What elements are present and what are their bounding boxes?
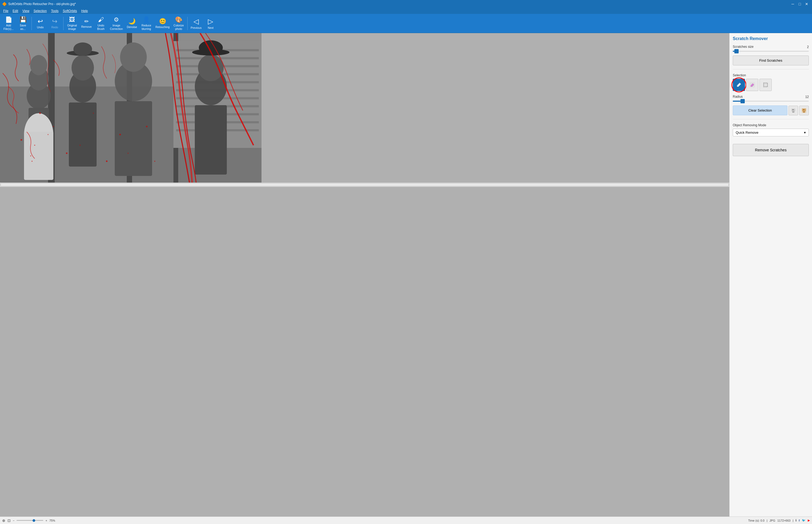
action-row: Clear Selection [733,105,809,115]
zoom-out-label: − [13,519,14,522]
svg-point-26 [73,43,92,56]
remove-scratches-button[interactable]: Remove Scratches [733,144,809,156]
svg-rect-61 [793,109,794,110]
zoom-in-label: + [45,519,47,522]
canvas-area[interactable] [0,33,729,517]
load-selection-button[interactable] [799,106,809,115]
svg-point-29 [120,43,147,72]
info-icon[interactable]: ℹ [795,519,796,522]
zoom-in-icon[interactable]: ⊕ [2,519,5,523]
radius-value: 12 [801,95,809,99]
svg-point-32 [198,54,224,81]
menu-selection[interactable]: Selection [32,9,49,13]
menu-edit[interactable]: Edit [11,9,20,13]
menu-help[interactable]: Help [79,9,90,13]
menu-tools[interactable]: Tools [49,9,61,13]
menu-view[interactable]: View [20,9,32,13]
scratches-size-slider-row [733,51,809,52]
photo-wrapper [0,33,261,183]
save-as-label: Saveas... [20,24,26,30]
clear-selection-button[interactable]: Clear Selection [733,105,788,115]
reduce-blurring-icon: 👤 [143,16,150,23]
reduce-blurring-button[interactable]: 👤 Reduceblurring [139,15,153,32]
status-bar: ⊕ ⊡ − + 75% Time (s): 0.0 | JPG 1172×663… [0,517,812,524]
save-as-button[interactable]: 💾 Saveas... [16,15,30,32]
close-button[interactable]: ✕ [803,1,810,7]
toolbar: 📄 AddFile(s)... 💾 Saveas... ↩ Undo ↪ Red… [0,14,812,33]
remove-label: Remove [81,25,91,29]
undo-button[interactable]: ↩ Undo [33,15,47,32]
add-files-icon: 📄 [5,16,12,23]
original-image-button[interactable]: 🖼 OriginalImage [65,15,79,32]
radius-track[interactable] [733,101,809,102]
remove-button[interactable]: ✏ Remove [80,15,94,32]
retouching-button[interactable]: 😊 Retouching [154,15,171,32]
redo-button[interactable]: ↪ Redo [48,15,62,32]
object-removing-mode-section: Object Removing Mode Quick Remove ▾ [733,123,809,136]
zoom-slider-track[interactable] [17,520,43,521]
colorize-photo-icon: 🎨 [175,16,182,23]
spacer [733,139,809,141]
reduce-blurring-label: Reduceblurring [141,24,151,30]
zoom-slider-thumb[interactable] [33,519,35,522]
denoise-icon: 🌙 [128,18,136,25]
image-correction-button[interactable]: ⚙ ImageCorrection [108,15,124,32]
retouching-label: Retouching [155,26,169,29]
svg-point-43 [93,113,94,114]
rect-select-tool-button[interactable] [759,79,772,91]
previous-button[interactable]: ◁ Previous [189,15,203,32]
toolbar-separator-2 [63,17,64,30]
minimize-button[interactable]: ─ [790,1,796,7]
toolbar-separator-3 [187,17,188,30]
radius-section: Radius 12 [733,95,809,103]
scratches-size-track[interactable] [733,51,809,52]
remove-icon: ✏ [84,18,89,24]
menu-softorbits[interactable]: SoftOrbits [61,9,79,13]
radius-thumb[interactable] [741,99,745,103]
pencil-tool-button[interactable] [733,79,745,91]
main-area: Scratch Remover Scratches size 2 Find Sc… [0,33,812,517]
save-selection-icon [791,108,796,113]
file-format-label: JPG [769,519,775,522]
fit-to-screen-icon[interactable]: ⊡ [7,519,11,523]
next-button[interactable]: ▷ Next [204,15,218,32]
twitter-share-icon[interactable]: 🐦 [802,519,806,522]
save-as-icon: 💾 [19,16,27,23]
colorize-photo-button[interactable]: 🎨 Colorizephoto [172,15,186,32]
image-correction-icon: ⚙ [114,16,119,23]
object-removing-mode-dropdown[interactable]: Quick Remove ▾ [733,129,809,136]
horizontal-scrollbar[interactable] [0,183,729,187]
youtube-share-icon[interactable]: ▶ [808,519,810,522]
svg-point-42 [119,134,121,135]
svg-point-51 [34,145,35,146]
denoise-button[interactable]: 🌙 Denoise [125,15,139,32]
menu-file[interactable]: File [1,9,11,13]
undo-label: Undo [37,26,44,29]
redo-label: Redo [51,26,58,29]
find-scratches-button[interactable]: Find Scratches [733,55,809,65]
facebook-share-icon[interactable]: f [799,519,800,522]
undo-brush-button[interactable]: 🖌 UndoBrush [94,15,108,32]
load-selection-icon [801,108,807,113]
pencil-icon [736,82,742,88]
menu-bar: File Edit View Selection Tools SoftOrbit… [0,8,812,14]
selection-tools-group [733,79,809,91]
next-icon: ▷ [208,17,213,26]
eraser-icon [749,82,756,88]
status-separator-1: | [767,519,767,522]
svg-rect-60 [792,111,794,113]
maximize-button[interactable]: □ [796,1,803,7]
svg-point-49 [48,134,49,135]
svg-point-41 [80,145,81,146]
svg-rect-65 [803,109,804,110]
object-removing-mode-label: Object Removing Mode [733,123,766,127]
scratches-size-thumb[interactable] [734,49,739,53]
svg-point-44 [66,152,68,154]
zoom-value: 75% [49,519,55,522]
eraser-tool-button[interactable] [746,79,758,91]
scroll-track[interactable] [1,183,729,186]
selection-label: Selection [733,73,746,77]
divider-2 [733,119,809,119]
add-files-button[interactable]: 📄 AddFile(s)... [2,15,16,32]
save-selection-button[interactable] [789,106,798,115]
